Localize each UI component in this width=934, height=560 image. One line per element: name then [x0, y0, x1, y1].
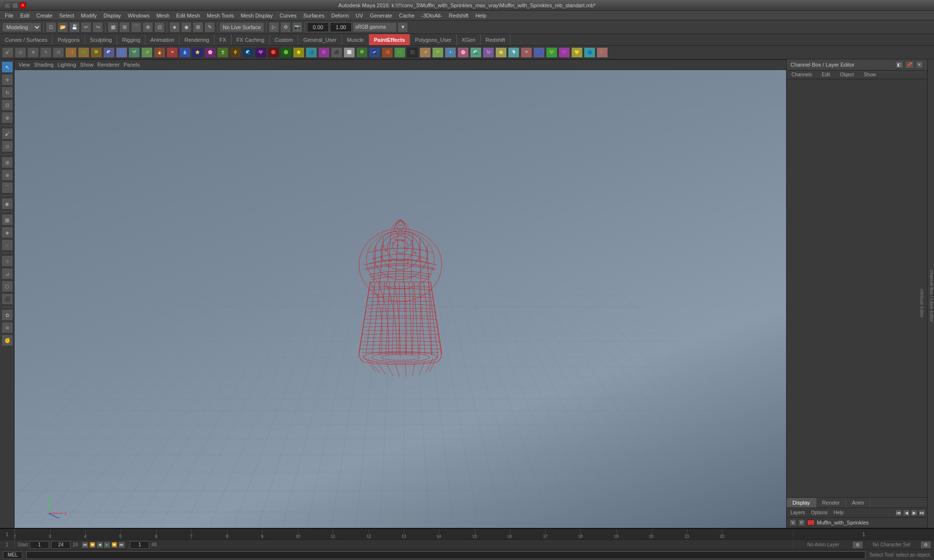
- current-frame-input[interactable]: [130, 541, 149, 549]
- layer-nav-last[interactable]: ⏭: [918, 509, 925, 516]
- layer-sub-options[interactable]: Options: [809, 509, 829, 516]
- brush-icon-33[interactable]: ⬛: [407, 47, 418, 58]
- menu-create[interactable]: Create: [34, 12, 55, 19]
- tab-sculpting[interactable]: Sculpting: [85, 34, 117, 45]
- snap-to-curve-sidebar[interactable]: ⌒: [1, 182, 13, 193]
- menu-edit[interactable]: Edit: [18, 12, 33, 19]
- layer-sub-layers[interactable]: Layers: [789, 509, 807, 516]
- brush-icon-18[interactable]: 🍃: [217, 47, 229, 58]
- brush-icon-25[interactable]: 🔵: [305, 47, 317, 58]
- brush-icon-5[interactable]: ⊡: [53, 47, 64, 58]
- tab-fx[interactable]: FX: [215, 34, 232, 45]
- sculpt-brush-button[interactable]: ✿: [1, 309, 13, 321]
- tab-paint-effects[interactable]: PaintEffects: [369, 34, 411, 45]
- bevel-button[interactable]: ⊿: [1, 268, 13, 280]
- relax-button[interactable]: ≋: [1, 322, 13, 333]
- brush-icon-19[interactable]: 🌵: [230, 47, 241, 58]
- grab-button[interactable]: ✊: [1, 334, 13, 346]
- brush-icon-4[interactable]: ✎: [40, 47, 52, 58]
- viewport-menu-panels[interactable]: Panels: [124, 62, 140, 68]
- brush-icon-26[interactable]: 🟣: [318, 47, 330, 58]
- snap-to-view-button[interactable]: ⊡: [154, 22, 165, 33]
- playback-go-end[interactable]: ⏭: [118, 542, 125, 548]
- brush-icon-12[interactable]: 🌾: [141, 47, 153, 58]
- layer-playback-toggle[interactable]: P: [798, 519, 805, 526]
- brush-icon-2[interactable]: ◎: [15, 47, 26, 58]
- paint-scene-button[interactable]: 🖌: [1, 128, 13, 140]
- snap-to-point-sidebar[interactable]: ⊕: [1, 169, 13, 181]
- menu-3dtoall[interactable]: -3DtoAll-: [418, 12, 445, 19]
- brush-icon-42[interactable]: ❤: [521, 47, 532, 58]
- redo-button[interactable]: ↪: [92, 22, 103, 33]
- brush-icon-21[interactable]: 💜: [255, 47, 267, 58]
- layer-tab-display[interactable]: Display: [787, 498, 816, 508]
- playback-play[interactable]: ▶: [104, 542, 110, 548]
- move-tool-button[interactable]: ✛: [1, 74, 13, 86]
- close-button[interactable]: ✕: [19, 2, 26, 9]
- brush-icon-29[interactable]: 🍀: [356, 47, 368, 58]
- playback-back[interactable]: ◀: [96, 542, 103, 548]
- camera-button[interactable]: 📷: [292, 22, 303, 33]
- brush-icon-7[interactable]: 🌿: [78, 47, 90, 58]
- undo-button[interactable]: ↩: [81, 22, 91, 33]
- brush-icon-36[interactable]: 💠: [445, 47, 456, 58]
- value-b-input[interactable]: [330, 22, 352, 32]
- bridge-button[interactable]: ⬛: [1, 293, 13, 305]
- render-settings-button[interactable]: ⚙: [280, 22, 291, 33]
- tab-polygons[interactable]: Polygons: [53, 34, 85, 45]
- 3d-viewport[interactable]: persp x y z: [15, 70, 786, 528]
- menu-mesh[interactable]: Mesh: [153, 12, 172, 19]
- new-scene-button[interactable]: 🗋: [46, 22, 56, 33]
- mel-button[interactable]: MEL: [3, 551, 22, 559]
- select-tool-button[interactable]: ↖: [1, 61, 13, 73]
- menu-deform[interactable]: Deform: [328, 12, 352, 19]
- render-region-button[interactable]: ▷: [269, 22, 279, 33]
- brush-icon-40[interactable]: ⭐: [495, 47, 507, 58]
- playback-step-back[interactable]: ⏪: [89, 542, 96, 548]
- brush-icon-38[interactable]: 🌊: [470, 47, 482, 58]
- cb-tab-edit[interactable]: Edit: [817, 70, 835, 79]
- brush-icon-37[interactable]: 🌸: [457, 47, 469, 58]
- anim-start-input[interactable]: [30, 541, 49, 549]
- brush-icon-17[interactable]: 🌸: [204, 47, 216, 58]
- workspace-dropdown[interactable]: Modeling Rigging Animation FX Rendering: [2, 22, 41, 32]
- menu-modify[interactable]: Modify: [78, 12, 99, 19]
- viewport-menu-view[interactable]: View: [18, 62, 30, 68]
- menu-curves[interactable]: Curves: [277, 12, 300, 19]
- brush-icon-6[interactable]: 🍂: [65, 47, 77, 58]
- viewport-menu-shading[interactable]: Shading: [34, 62, 54, 68]
- channel-box-close-button[interactable]: ✕: [916, 61, 923, 69]
- viewport-menu-renderer[interactable]: Renderer: [97, 62, 120, 68]
- tab-rendering[interactable]: Rendering: [180, 34, 215, 45]
- brush-icon-15[interactable]: 💧: [179, 47, 191, 58]
- multi-cut-button[interactable]: ⊹: [1, 255, 13, 267]
- brush-icon-32[interactable]: 🌿: [394, 47, 406, 58]
- menu-help[interactable]: Help: [472, 12, 489, 19]
- brush-icon-41[interactable]: 💎: [508, 47, 520, 58]
- tab-muscle[interactable]: Muscle: [342, 34, 369, 45]
- no-live-surface[interactable]: No Live Surface: [219, 22, 264, 32]
- paint-select-button[interactable]: ✎: [204, 22, 215, 33]
- brush-icon-31[interactable]: 🍂: [381, 47, 393, 58]
- brush-icon-22[interactable]: 🔴: [268, 47, 279, 58]
- edge-mode-button[interactable]: ⟋: [1, 239, 13, 251]
- layer-tab-anim[interactable]: Anim: [846, 498, 870, 508]
- snap-to-point-button[interactable]: ⊕: [143, 22, 153, 33]
- menu-uv[interactable]: UV: [353, 12, 366, 19]
- tab-custom[interactable]: Custom: [270, 34, 299, 45]
- cb-tab-channels[interactable]: Channels: [787, 70, 817, 79]
- brush-icon-46[interactable]: 💛: [571, 47, 583, 58]
- layer-nav-prev[interactable]: ◀: [903, 509, 910, 516]
- gamma-settings-button[interactable]: ▼: [397, 22, 408, 33]
- scale-tool-button[interactable]: ⊡: [1, 99, 13, 111]
- brush-icon-3[interactable]: ⊕: [27, 47, 39, 58]
- viewport-menu-lighting[interactable]: Lighting: [57, 62, 76, 68]
- channel-box-dock-button[interactable]: ◧: [895, 61, 903, 69]
- brush-icon-8[interactable]: 🍀: [90, 47, 102, 58]
- brush-icon-23[interactable]: 🟢: [280, 47, 292, 58]
- gamma-display[interactable]: sRGB gamma: [353, 22, 396, 32]
- playback-go-start[interactable]: ⏮: [82, 542, 89, 548]
- cb-tab-object[interactable]: Object: [835, 70, 859, 79]
- menu-surfaces[interactable]: Surfaces: [301, 12, 327, 19]
- tab-fx-caching[interactable]: FX Caching: [232, 34, 269, 45]
